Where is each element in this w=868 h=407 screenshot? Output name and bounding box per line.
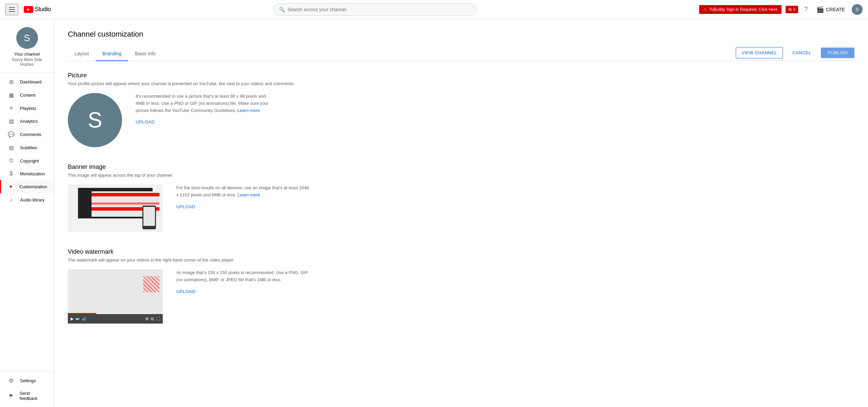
- sidebar-item-playlists[interactable]: ≡ Playlists: [0, 102, 54, 115]
- settings-cog-icon[interactable]: ⚙: [145, 316, 149, 321]
- sidebar-nav: ⊞ Dashboard ▦ Content ≡ Playlists ▨ Anal…: [0, 73, 54, 371]
- warning-icon: ⚠: [703, 7, 707, 12]
- settings-icon: ⚙: [8, 377, 15, 384]
- header-search: 🔍: [51, 3, 699, 16]
- watermark-upload-button[interactable]: UPLOAD: [176, 289, 195, 294]
- search-input[interactable]: [288, 7, 471, 12]
- sidebar-item-analytics[interactable]: ▨ Analytics: [0, 115, 54, 128]
- sidebar-item-label: Playlists: [20, 106, 36, 111]
- help-button[interactable]: ?: [802, 4, 810, 15]
- sidebar-channel-info: S Your channel Savvy Mom Side Hustles: [0, 19, 54, 73]
- cancel-button[interactable]: CANCEL: [787, 47, 817, 58]
- logo[interactable]: Studio: [24, 6, 51, 13]
- volume-icon[interactable]: 🔊: [82, 316, 87, 321]
- banner-desktop-shape: [78, 188, 153, 218]
- create-label: CREATE: [826, 7, 845, 12]
- sidebar-item-monetization[interactable]: $ Monetization: [0, 167, 54, 180]
- subtitles-icon: ▤: [8, 144, 15, 151]
- header-right: ⚠ TuBuddy Sign-in Required. Click Here t…: [699, 4, 863, 15]
- sidebar-item-label: Dashboard: [20, 79, 42, 84]
- sidebar-item-label: Audio library: [20, 197, 44, 202]
- sidebar-item-label: Comments: [20, 132, 41, 137]
- picture-info-text: It's recommended to use a picture that's…: [136, 93, 271, 114]
- picture-section-title: Picture: [68, 72, 854, 79]
- sidebar-item-label: Settings: [20, 378, 36, 383]
- dashboard-icon: ⊞: [8, 79, 15, 85]
- tab-basic-info[interactable]: Basic info: [128, 47, 162, 61]
- tab-layout[interactable]: Layout: [68, 47, 96, 61]
- logo-text: Studio: [35, 6, 51, 13]
- customization-icon: ✦: [8, 183, 14, 190]
- sidebar-item-copyright[interactable]: © Copyright: [0, 154, 54, 167]
- miniplayer-icon[interactable]: ⧉: [151, 316, 154, 321]
- tab-branding[interactable]: Branding: [96, 47, 128, 61]
- sidebar-channel-title: Your channel: [14, 52, 40, 57]
- menu-button[interactable]: [5, 4, 18, 15]
- picture-upload-button[interactable]: UPLOAD: [136, 119, 155, 124]
- audio-library-icon: ♪: [8, 197, 15, 203]
- sidebar-item-label: Customization: [19, 184, 47, 189]
- picture-upload-info: It's recommended to use a picture that's…: [136, 93, 271, 124]
- picture-learn-more-link[interactable]: Learn more: [237, 108, 260, 113]
- banner-upload-button[interactable]: UPLOAD: [176, 204, 195, 209]
- picture-section-content: S It's recommended to use a picture that…: [68, 93, 854, 147]
- sidebar: S Your channel Savvy Mom Side Hustles ⊞ …: [0, 19, 54, 407]
- sidebar-item-send-feedback[interactable]: ⚑ Send feedback: [0, 387, 54, 404]
- next-icon[interactable]: ⏭: [76, 316, 80, 321]
- tubebuddy-banner[interactable]: ⚠ TuBuddy Sign-in Required. Click Here: [699, 5, 782, 14]
- feedback-icon: ⚑: [8, 393, 14, 399]
- main-content: Channel customization Layout Branding Ba…: [54, 19, 868, 407]
- sidebar-item-label: Send feedback: [20, 391, 47, 401]
- sidebar-item-label: Copyright: [20, 158, 39, 163]
- sidebar-item-content[interactable]: ▦ Content: [0, 89, 54, 102]
- analytics-icon: ▨: [8, 118, 15, 124]
- tubebuddy-text: TuBuddy Sign-in Required. Click Here: [709, 7, 777, 12]
- video-camera-icon: 🎬: [816, 6, 824, 13]
- sidebar-item-comments[interactable]: 💬 Comments: [0, 128, 54, 141]
- banner-mobile-shape: [142, 206, 156, 229]
- sidebar-item-label: Content: [20, 93, 36, 98]
- watermark-info-text: An image that's 150 x 150 pixels is reco…: [176, 269, 312, 284]
- sidebar-item-settings[interactable]: ⚙ Settings: [0, 374, 54, 387]
- create-button[interactable]: 🎬 CREATE: [814, 4, 848, 15]
- picture-section-desc: Your profile picture will appear where y…: [68, 81, 854, 86]
- play-icon[interactable]: ▶: [71, 316, 74, 321]
- sidebar-item-subtitles[interactable]: ▤ Subtitles: [0, 141, 54, 154]
- header: Studio 🔍 ⚠ TuBuddy Sign-in Required. Cli…: [0, 0, 868, 19]
- watermark-section-content: ▶ ⏭ 🔊 ⚙ ⧉ ⛶ An image that's 150 x 150 pi…: [68, 269, 854, 324]
- banner-section: Banner image This image will appear acro…: [68, 163, 854, 232]
- publish-button[interactable]: PUBLISH: [821, 47, 854, 58]
- sidebar-channel-avatar: S: [16, 27, 38, 49]
- banner-section-content: For the best results on all devices, use…: [68, 185, 854, 232]
- view-channel-button[interactable]: VIEW CHANNEL: [736, 47, 783, 58]
- user-avatar[interactable]: S: [852, 4, 863, 15]
- copyright-icon: ©: [8, 158, 15, 164]
- content-icon: ▦: [8, 92, 15, 98]
- sidebar-footer: ⚙ Settings ⚑ Send feedback: [0, 371, 54, 407]
- watermark-section-desc: The watermark will appear on your videos…: [68, 257, 854, 263]
- watermark-upload-info: An image that's 150 x 150 pixels is reco…: [176, 269, 312, 294]
- banner-info-text: For the best results on all devices, use…: [176, 185, 312, 199]
- sidebar-item-customization[interactable]: ✦ Customization: [0, 180, 54, 193]
- watermark-video-controls: ▶ ⏭ 🔊 ⚙ ⧉ ⛶: [68, 314, 163, 324]
- youtube-logo-icon: [24, 6, 33, 13]
- sidebar-item-label: Subtitles: [20, 145, 37, 150]
- tb-list-icon: ≡: [793, 7, 795, 12]
- watermark-section-title: Video watermark: [68, 248, 854, 255]
- banner-learn-more-link[interactable]: Learn more: [238, 192, 260, 197]
- banner-section-title: Banner image: [68, 163, 854, 171]
- sidebar-item-label: Analytics: [20, 119, 38, 124]
- header-left: Studio: [5, 4, 51, 15]
- banner-mobile-screen: [143, 207, 155, 226]
- fullscreen-icon[interactable]: ⛶: [156, 316, 160, 321]
- tab-actions: VIEW CHANNEL CANCEL PUBLISH: [736, 47, 854, 58]
- sidebar-item-label: Monetization: [20, 171, 45, 176]
- sidebar-item-audio-library[interactable]: ♪ Audio library: [0, 193, 54, 206]
- tabs-container: Layout Branding Basic info VIEW CHANNEL …: [68, 47, 854, 61]
- watermark-overlay: [143, 276, 159, 292]
- tubebuddy-icon-button[interactable]: tb ≡: [786, 6, 798, 13]
- search-bar: 🔍: [273, 3, 477, 16]
- page-title: Channel customization: [68, 30, 854, 39]
- sidebar-item-dashboard[interactable]: ⊞ Dashboard: [0, 75, 54, 89]
- search-icon: 🔍: [279, 7, 285, 12]
